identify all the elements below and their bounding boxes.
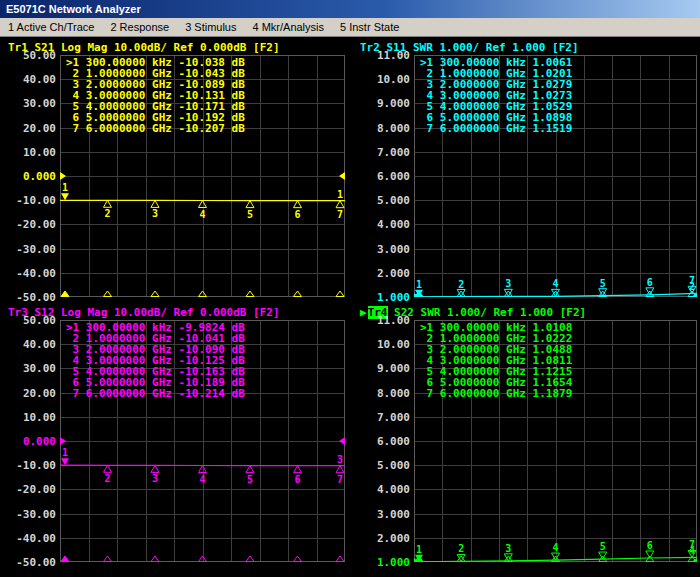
y-axis-label: -40.00 [2,532,56,545]
trace-number-label: 3 [337,454,343,465]
y-axis-label: 7.000 [356,411,410,424]
marker-number: 4 [552,542,558,553]
analyzer-screen: ▶Tr1 S21 Log Mag 10.00dB/ Ref 0.000dB [F… [0,37,700,577]
window-titlebar[interactable]: E5071C Network Analyzer [0,0,700,18]
marker-icon [198,466,206,473]
marker-number: 2 [104,208,110,219]
y-axis-label: 6.000 [356,435,410,448]
y-axis-label: 4.000 [356,483,410,496]
y-axis-label: -30.00 [2,508,56,521]
trace1-marker-table: >1 300.00000 kHz -10.038 dB 2 1.0000000 … [66,57,245,134]
y-axis-label: -30.00 [2,243,56,256]
marker-axis-tick-icon [61,291,69,297]
marker-number: 6 [294,209,300,220]
marker-axis-tick-icon [336,291,344,297]
y-axis-label: 5.000 [356,459,410,472]
y-axis-label: -20.00 [2,218,56,231]
y-axis-label: 1.000 [356,556,410,569]
marker-icon [103,465,111,472]
menu-bar: 1 Active Ch/Trace 2 Response 3 Stimulus … [0,18,700,37]
trace3-settings-text: S12 Log Mag 10.00dB/ Ref 0.000dB [F2] [28,306,280,319]
y-axis-label: 9.000 [356,362,410,375]
ref-level-arrow-right [339,172,345,180]
marker-number: 7 [337,209,343,220]
y-axis-label: -20.00 [2,483,56,496]
trace4-quadrant: ▶Tr4 S22 SWR 1.000/ Ref 1.000 [F2] 12345… [350,303,700,568]
menu-response[interactable]: 2 Response [102,18,177,36]
active-marker-icon [61,193,69,200]
trace3-quadrant: ▶Tr3 S12 Log Mag 10.00dB/ Ref 0.000dB [F… [0,303,350,568]
y-axis-label: 11.00 [356,314,410,327]
marker-number: 3 [152,473,158,484]
y-axis-label: 40.00 [2,73,56,86]
marker-number: 2 [104,473,110,484]
y-axis-label: 10.00 [356,338,410,351]
marker-number: 6 [294,474,300,485]
trace1-settings-text: S21 Log Mag 10.00dB/ Ref 0.000dB [F2] [28,41,280,54]
marker-icon [293,466,301,473]
menu-mkr-analysis[interactable]: 4 Mkr/Analysis [244,18,332,36]
y-axis-label: 10.00 [356,73,410,86]
menu-stimulus[interactable]: 3 Stimulus [177,18,244,36]
y-axis-label: 20.00 [2,122,56,135]
marker-readout-row: 7 6.0000000 GHz 1.1519 [420,123,572,134]
y-axis-label: 0.000 [2,435,56,448]
marker-number: 1 [62,182,68,193]
marker-readout-row: 7 6.0000000 GHz -10.214 dB [66,388,245,399]
marker-icon [246,466,254,473]
marker-number: 4 [552,278,558,289]
y-axis-label: 4.000 [356,218,410,231]
marker-readout-row: 7 6.0000000 GHz -10.207 dB [66,123,245,134]
marker-icon [246,201,254,208]
y-axis-label: 40.00 [2,338,56,351]
y-axis-label: 11.00 [356,49,410,62]
trace2-quadrant: ▶Tr2 S11 SWR 1.000/ Ref 1.000 [F2] 12345… [350,38,700,303]
y-axis-label: 30.00 [2,362,56,375]
trace-number-label: 2 [689,281,695,292]
marker-number: 5 [600,278,606,289]
marker-axis-tick-icon [198,556,206,562]
marker-number: 3 [152,208,158,219]
marker-number: 1 [416,279,422,290]
marker-number: 3 [505,278,511,289]
menu-active-ch-trace[interactable]: 1 Active Ch/Trace [0,18,102,36]
marker-number: 1 [416,544,422,555]
y-axis-label: 50.00 [2,314,56,327]
y-axis-label: -40.00 [2,267,56,280]
marker-axis-tick-icon [151,291,159,297]
marker-icon [103,200,111,207]
marker-axis-tick-icon [198,291,206,297]
y-axis-label: 3.000 [356,243,410,256]
menu-instr-state[interactable]: 5 Instr State [332,18,407,36]
marker-number: 2 [458,543,464,554]
marker-number: 5 [247,474,253,485]
marker-axis-tick-icon [293,556,301,562]
y-axis-label: -10.00 [2,194,56,207]
y-axis-label: 8.000 [356,387,410,400]
trace4-settings-text: S22 SWR 1.000/ Ref 1.000 [F2] [388,306,587,319]
y-axis-label: 10.00 [2,411,56,424]
y-axis-label: 50.00 [2,49,56,62]
trace2-marker-table: >1 300.00000 kHz 1.0061 2 1.0000000 GHz … [420,57,572,134]
y-axis-label: 8.000 [356,122,410,135]
marker-axis-tick-icon [336,556,344,562]
marker-axis-tick-icon [246,556,254,562]
marker-icon [198,201,206,208]
marker-number: 1 [62,447,68,458]
y-axis-label: 0.000 [2,170,56,183]
marker-number: 5 [600,541,606,552]
y-axis-label: 10.00 [2,146,56,159]
ref-level-arrow-left [60,437,66,445]
marker-number: 7 [337,474,343,485]
marker-axis-tick-icon [688,556,696,562]
marker-number: 5 [247,209,253,220]
marker-icon [293,201,301,208]
marker-readout-row: 7 6.0000000 GHz 1.1879 [420,388,572,399]
y-axis-label: -50.00 [2,556,56,569]
y-axis-label: 6.000 [356,170,410,183]
marker-icon [151,465,159,472]
marker-axis-tick-icon [151,556,159,562]
marker-icon [336,466,344,473]
y-axis-label: -10.00 [2,459,56,472]
marker-number: 3 [505,543,511,554]
